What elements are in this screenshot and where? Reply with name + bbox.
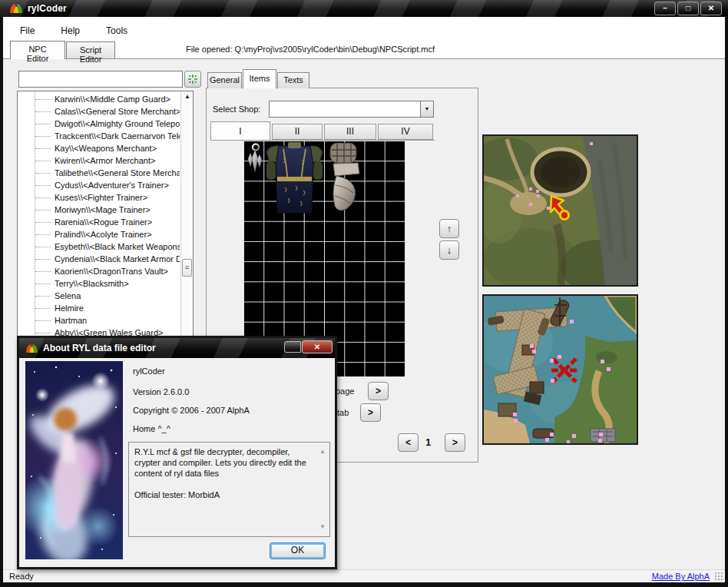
menubar: File Help Tools — [3, 22, 725, 40]
tree-item[interactable]: Pralind\\<Acolyte Trainer> — [18, 228, 180, 240]
tree-item[interactable]: Kaorien\\<DragonTrans Vault> — [18, 265, 180, 277]
about-description-box[interactable]: R.Y.L mcf & gsf file decrypter, decompil… — [128, 442, 330, 537]
app-window: rylCoder – □ ✕ File Help Tools NPC Edito… — [0, 0, 728, 587]
tab-partial-label: tab — [337, 408, 349, 417]
tree-item[interactable]: Selena — [18, 290, 180, 302]
tree-item[interactable]: Kuses\\<Fighter Trainer> — [18, 191, 180, 204]
tree-item[interactable]: Esybeth\\<Black Market Weapons I — [18, 240, 180, 253]
tab-texts[interactable]: Texts — [277, 72, 309, 88]
resize-grip[interactable] — [714, 572, 723, 580]
tree-item[interactable]: Terry\\<Blacksmith> — [18, 277, 180, 290]
about-artwork — [25, 361, 123, 559]
about-description: R.Y.L mcf & gsf file decrypter, decompil… — [134, 446, 316, 479]
dialog-logo-icon — [25, 343, 38, 353]
desc-scroll-up-icon[interactable]: ▲ — [319, 446, 326, 457]
select-shop-combobox[interactable]: ▼ — [269, 101, 434, 118]
file-opened-label: File opened: Q:\myProj\vs2005\rylCoder\b… — [186, 45, 435, 54]
tab-script-editor[interactable]: Script Editor — [66, 41, 115, 58]
harbor-map-image — [484, 296, 637, 443]
page-number: 1 — [425, 436, 431, 448]
tree-item[interactable]: Talibethe\\<General Store Merchan — [18, 167, 180, 179]
ok-button[interactable]: OK — [270, 542, 326, 559]
tree-item[interactable]: Kwiren\\<Armor Merchant> — [18, 154, 180, 167]
shop-tab-3[interactable]: III — [324, 124, 376, 140]
prev-page-button[interactable]: < — [398, 433, 419, 452]
desc-scroll-down-icon[interactable]: ▼ — [319, 522, 326, 532]
locate-button[interactable] — [184, 71, 201, 88]
about-version: Version 2.6.0.0 — [133, 387, 189, 396]
item-silver-gauntlet[interactable] — [326, 142, 365, 214]
tab-general[interactable]: General — [207, 72, 242, 88]
combo-dropdown-icon[interactable]: ▼ — [420, 101, 433, 117]
item-dark-armor[interactable] — [265, 141, 324, 216]
tree-item[interactable]: Dwigot\\<Almighty Ground Teleport — [18, 118, 180, 130]
tree-item[interactable]: Kay\\<Weapons Merchant> — [18, 142, 180, 154]
page-partial-label: page — [336, 386, 354, 396]
made-by-link[interactable]: Made By AlphA — [652, 572, 710, 581]
about-dialog-title: About RYL data file editor — [43, 343, 156, 353]
status-text: Ready — [9, 572, 34, 581]
window-title: rylCoder — [28, 3, 67, 14]
search-input[interactable] — [18, 71, 183, 88]
about-copyright: Copyright © 2006 - 2007 AlphA — [133, 406, 250, 415]
window-titlebar[interactable]: rylCoder – □ ✕ — [0, 0, 728, 17]
tree-item[interactable]: Cyndenia\\<Black Market Armor De — [18, 253, 180, 265]
minimap-terrain[interactable] — [482, 134, 638, 287]
menu-tools[interactable]: Tools — [98, 23, 135, 38]
shop-tab-2[interactable]: II — [272, 124, 323, 140]
dialog-minimize-button[interactable] — [284, 341, 301, 353]
tab-npc-editor[interactable]: NPC Editor — [10, 41, 65, 59]
about-tester: Official tester: MorbidA — [134, 489, 316, 500]
menu-file[interactable]: File — [12, 23, 42, 38]
tab-items[interactable]: Items — [243, 69, 276, 88]
tree-item[interactable]: Calas\\<General Store Merchant> — [18, 105, 180, 118]
select-shop-label: Select Shop: — [213, 104, 260, 114]
minimap-harbor[interactable] — [482, 294, 638, 445]
about-dialog: About RYL data file editor ✕ — [17, 336, 337, 569]
shop-tab-4[interactable]: IV — [378, 124, 433, 140]
next-page-button[interactable]: > — [445, 433, 465, 452]
shop-tab-1[interactable]: I — [210, 121, 270, 141]
tree-item[interactable]: Moriwyn\\<Mage Trainer> — [18, 204, 180, 216]
copy-page-button[interactable]: > — [368, 382, 389, 400]
tree-rows: Karwin\\<Middle Camp Guard>Calas\\<Gener… — [18, 93, 180, 339]
status-bar: Ready Made By AlphA — [3, 569, 725, 582]
dialog-close-button[interactable]: ✕ — [302, 340, 333, 353]
item-silver-pendant[interactable] — [245, 142, 263, 180]
tree-item[interactable]: Trackcent\\<Dark Caernarvon Tele — [18, 130, 180, 142]
tree-item[interactable]: Rarenia\\<Rogue Trainer> — [18, 216, 180, 228]
tree-item[interactable]: Karwin\\<Middle Camp Guard> — [18, 93, 180, 105]
scrollbar-thumb[interactable]: ≡ — [182, 259, 192, 277]
close-button[interactable]: ✕ — [700, 2, 722, 15]
menu-help[interactable]: Help — [53, 23, 88, 38]
app-logo-icon — [9, 3, 23, 14]
tree-item[interactable]: Cydus\\<Adventurer's Trainer> — [18, 179, 180, 191]
minimize-button[interactable]: – — [654, 2, 676, 15]
about-home-link[interactable]: Home ^_^ — [133, 424, 170, 433]
tree-item[interactable]: Helmire — [18, 302, 180, 314]
about-app-name: rylCoder — [133, 366, 165, 376]
maximize-button[interactable]: □ — [677, 2, 699, 15]
move-down-button[interactable]: ↓ — [439, 240, 459, 260]
scroll-up-icon[interactable]: ▲ — [181, 93, 194, 104]
tree-item[interactable]: Hartman — [18, 314, 180, 327]
terrain-map-image — [484, 136, 637, 285]
copy-tab-button[interactable]: > — [360, 403, 381, 422]
locate-crosshair-icon — [187, 74, 198, 85]
move-up-button[interactable]: ↑ — [439, 219, 459, 238]
